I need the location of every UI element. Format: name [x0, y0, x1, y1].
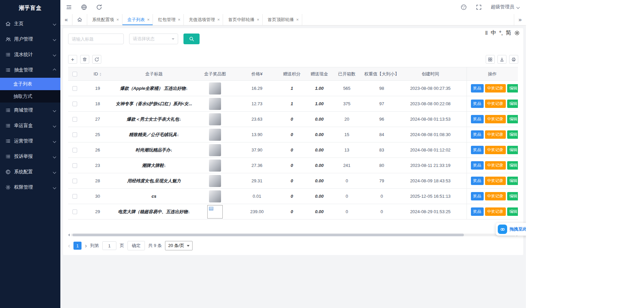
edit-button[interactable]: 编辑 [507, 146, 518, 154]
edit-button[interactable]: 编辑 [507, 177, 518, 185]
tab-red-packet[interactable]: 红包管理 × [153, 14, 184, 25]
edit-button[interactable]: 编辑 [507, 207, 518, 216]
row-checkbox[interactable] [72, 86, 77, 91]
ime-drag-handle[interactable]: ‖ [485, 30, 488, 36]
delete-selected-button[interactable] [80, 55, 89, 64]
search-button[interactable] [183, 34, 200, 44]
sidebar-item-flow-stats[interactable]: 流水统计 [0, 47, 60, 62]
sort-toggle[interactable]: ▲▼ [99, 72, 102, 76]
globe-icon[interactable] [81, 4, 87, 10]
sidebar-item-system-config[interactable]: 系统配置 [0, 164, 60, 180]
prize-button[interactable]: 奖品 [471, 161, 484, 170]
tab-home-top-carousel[interactable]: 首页顶部轮播 × [263, 14, 302, 25]
sidebar-item-box-management[interactable]: 抽盒管理 [0, 62, 60, 78]
tab-home-middle-carousel[interactable]: 首页中部轮播 × [223, 14, 263, 25]
select-all-checkbox[interactable] [72, 72, 77, 76]
row-checkbox[interactable] [72, 163, 77, 168]
win-record-button[interactable]: 中奖记录 [485, 84, 506, 93]
close-icon[interactable]: × [147, 17, 150, 22]
tabs-scroll-right-button[interactable]: » [514, 14, 526, 25]
row-checkbox[interactable] [72, 132, 77, 137]
sidebar-item-permissions[interactable]: 权限管理 [0, 180, 60, 195]
ime-punct-indicator[interactable]: °, [499, 30, 503, 36]
page-number-button[interactable]: 1 [73, 242, 82, 250]
prize-button[interactable]: 奖品 [471, 146, 484, 154]
close-icon[interactable]: × [217, 17, 220, 22]
cell-created-time: 2025-12-05 16:51:13 [403, 189, 458, 204]
prize-button[interactable]: 奖品 [471, 192, 484, 200]
tab-recharge-options[interactable]: 充值选项管理 × [184, 14, 223, 25]
win-record-button[interactable]: 中奖记录 [485, 146, 506, 154]
theme-icon[interactable] [461, 4, 467, 10]
ime-charset-indicator[interactable]: 简 [506, 29, 511, 37]
row-checkbox[interactable] [72, 102, 77, 106]
scrollbar-thumb[interactable] [72, 234, 464, 236]
win-record-button[interactable]: 中奖记录 [485, 161, 506, 170]
prize-button[interactable]: 奖品 [471, 130, 484, 139]
win-record-button[interactable]: 中奖记录 [485, 207, 506, 216]
close-icon[interactable]: × [296, 17, 299, 22]
confirm-button[interactable]: 确定 [127, 241, 145, 250]
edit-button[interactable]: 编辑 [507, 100, 518, 108]
sidebar-item-draw-method[interactable]: 抽取方式 [0, 90, 60, 103]
prize-button[interactable]: 奖品 [471, 177, 484, 185]
sidebar-item-complaints[interactable]: 投诉举报 [0, 149, 60, 164]
status-select[interactable]: 请选择状态 [129, 34, 178, 44]
win-record-button[interactable]: 中奖记录 [485, 100, 506, 108]
prize-button[interactable]: 奖品 [471, 100, 484, 108]
win-record-button[interactable]: 中奖记录 [485, 192, 506, 200]
close-icon[interactable]: × [178, 17, 180, 22]
edit-button[interactable]: 编辑 [507, 192, 518, 200]
sidebar-item-operations[interactable]: 运营管理 [0, 133, 60, 149]
edit-button[interactable]: 编辑 [507, 84, 518, 93]
sidebar-item-home[interactable]: 主页 [0, 16, 60, 32]
page-size-select[interactable]: 20 条/页 [165, 241, 193, 250]
close-icon[interactable]: × [116, 17, 119, 22]
prize-button[interactable]: 奖品 [471, 115, 484, 123]
cell-weight: 96 [361, 112, 403, 127]
status-select-placeholder: 请选择状态 [133, 36, 155, 42]
prev-page-button[interactable]: ‹ [68, 243, 70, 249]
edit-button[interactable]: 编辑 [507, 115, 518, 123]
add-button[interactable]: + [68, 55, 77, 64]
scroll-left-arrow[interactable] [68, 234, 70, 236]
edit-button[interactable]: 编辑 [507, 130, 518, 139]
tabs-scroll-left-button[interactable]: « [60, 14, 72, 25]
gear-icon[interactable] [514, 30, 520, 36]
win-record-button[interactable]: 中奖记录 [485, 177, 506, 185]
refresh-icon[interactable] [96, 4, 102, 10]
sidebar-item-lucky-box[interactable]: 幸运盲盒 [0, 118, 60, 133]
title-search-input[interactable] [68, 34, 124, 44]
scrollbar-track[interactable] [71, 234, 516, 236]
fullscreen-icon[interactable] [476, 4, 482, 10]
row-checkbox[interactable] [72, 209, 77, 214]
goto-page-input[interactable] [102, 241, 116, 250]
tab-box-list[interactable]: 盒子列表 × [122, 14, 153, 25]
row-checkbox[interactable] [72, 117, 77, 122]
prize-button[interactable]: 奖品 [471, 207, 484, 216]
prize-button[interactable]: 奖品 [471, 84, 484, 93]
next-page-button[interactable]: › [85, 243, 87, 249]
print-button[interactable] [509, 55, 518, 64]
prize-image [209, 129, 221, 141]
row-checkbox[interactable] [72, 148, 77, 152]
row-checkbox[interactable] [72, 179, 77, 183]
home-tab-button[interactable] [72, 14, 87, 25]
row-checkbox[interactable] [72, 194, 77, 199]
ime-lang-indicator[interactable]: 中 [491, 29, 496, 37]
drag-upload-widget[interactable]: 拖拽至此上 [496, 223, 526, 236]
win-record-button[interactable]: 中奖记录 [485, 115, 506, 123]
tab-system-config-items[interactable]: 系统配置项 × [87, 14, 122, 25]
export-button[interactable] [497, 55, 506, 64]
refresh-table-button[interactable] [92, 55, 101, 64]
sidebar-item-box-list[interactable]: 盒子列表 [0, 78, 60, 90]
sidebar-menu: 主页 用户管理 流水统计 抽盒管理 盒子列表 [0, 16, 60, 195]
admin-menu[interactable]: 超级管理员 [491, 4, 519, 10]
sidebar-item-mall[interactable]: 商城管理 [0, 103, 60, 118]
sidebar-item-users[interactable]: 用户管理 [0, 32, 60, 47]
edit-button[interactable]: 编辑 [507, 161, 518, 170]
collapse-sidebar-icon[interactable] [66, 4, 72, 10]
column-settings-button[interactable] [486, 55, 495, 64]
win-record-button[interactable]: 中奖记录 [485, 130, 506, 139]
close-icon[interactable]: × [257, 17, 259, 22]
